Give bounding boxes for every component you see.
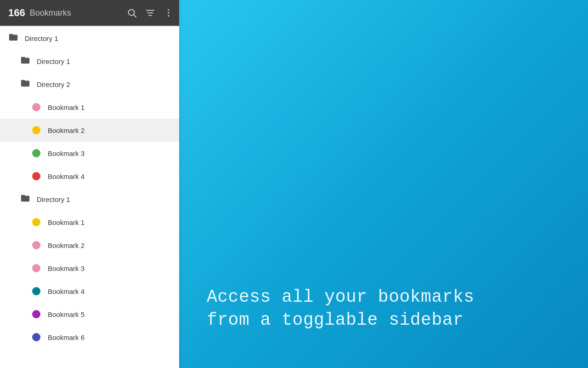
search-icon[interactable] — [127, 8, 137, 18]
bookmark-color-dot — [32, 149, 40, 157]
folder-label: Directory 1 — [37, 196, 70, 203]
bookmark-label: Bookmark 1 — [48, 104, 85, 111]
bookmark-color-dot — [32, 103, 40, 111]
bookmark-color-dot — [32, 264, 40, 272]
sidebar-header: 166 Bookmarks — [0, 0, 179, 26]
bookmark-label: Bookmark 1 — [48, 218, 85, 226]
bookmark-item[interactable]: Bookmark 4 — [0, 280, 179, 303]
bookmark-item[interactable]: Bookmark 1 — [0, 96, 179, 119]
main-panel: Access all your bookmarksfrom a togglabl… — [179, 0, 588, 368]
folder-item[interactable]: Directory 1 — [0, 27, 179, 50]
svg-point-5 — [168, 9, 169, 11]
bookmark-color-dot — [32, 333, 40, 341]
bookmark-item[interactable]: Bookmark 2 — [0, 234, 179, 257]
bookmark-label: Bookmark 6 — [48, 334, 85, 341]
bookmark-list: Directory 1Directory 1Directory 2Bookmar… — [0, 27, 179, 368]
bookmark-label: Bookmark 3 — [48, 264, 85, 272]
bookmark-item[interactable]: Bookmark 4 — [0, 165, 179, 188]
svg-point-7 — [168, 15, 169, 17]
bookmark-color-dot — [32, 126, 40, 134]
tagline: Access all your bookmarksfrom a togglabl… — [207, 286, 475, 331]
bookmark-label: Bookmark 5 — [48, 310, 85, 318]
bookmark-color-dot — [32, 310, 40, 318]
folder-item[interactable]: Directory 2 — [0, 73, 179, 96]
folder-item[interactable]: Directory 1 — [0, 50, 179, 73]
bookmark-item[interactable]: Bookmark 6 — [0, 326, 179, 349]
bookmark-item[interactable]: Bookmark 1 — [0, 211, 179, 234]
svg-line-1 — [134, 15, 136, 17]
folder-icon — [20, 193, 30, 206]
folder-item[interactable]: Directory 1 — [0, 188, 179, 211]
filter-icon[interactable] — [145, 8, 155, 18]
bookmark-count: 166 — [8, 7, 25, 19]
folder-label: Directory 1 — [25, 34, 58, 42]
bookmark-label: Bookmark 3 — [48, 150, 85, 157]
bookmark-color-dot — [32, 241, 40, 249]
bookmark-item[interactable]: Bookmark 2 — [0, 119, 179, 142]
bookmark-item[interactable]: Bookmark 3 — [0, 142, 179, 165]
bookmark-color-dot — [32, 172, 40, 180]
bookmark-item[interactable]: Bookmark 3 — [0, 257, 179, 280]
bookmark-item[interactable]: Bookmark 5 — [0, 303, 179, 326]
bookmark-label: Bookmark 4 — [48, 172, 85, 180]
bookmark-label: Bookmark 2 — [48, 126, 85, 134]
bookmark-color-dot — [32, 218, 40, 226]
folder-icon — [20, 78, 30, 91]
more-icon[interactable] — [164, 8, 174, 18]
folder-label: Directory 1 — [37, 58, 70, 65]
sidebar: 166 Bookmarks Directory 1Di — [0, 0, 179, 368]
folder-icon — [8, 32, 18, 45]
header-title: Bookmarks — [30, 8, 119, 18]
svg-point-6 — [168, 12, 169, 13]
bookmark-label: Bookmark 2 — [48, 242, 85, 249]
bookmark-label: Bookmark 4 — [48, 288, 85, 295]
folder-label: Directory 2 — [37, 80, 70, 88]
folder-icon — [20, 55, 30, 68]
bookmark-color-dot — [32, 287, 40, 295]
